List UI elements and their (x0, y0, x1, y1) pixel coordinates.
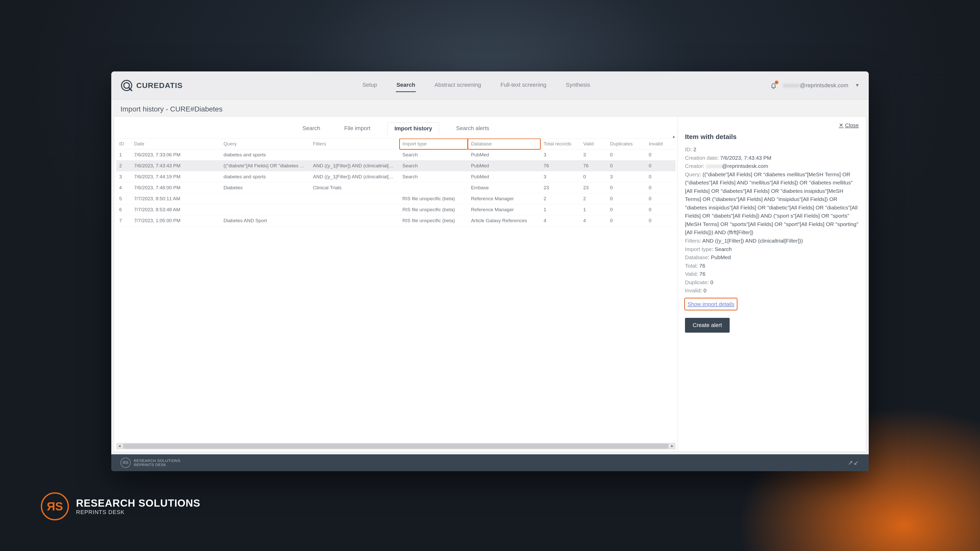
cell: RIS file unspecific (beta) (399, 193, 468, 204)
cell: diabetes and sports (221, 149, 310, 160)
cell: 0 (607, 160, 646, 171)
cell: AND ((y_1[Filter]) AND (clinicaltrial[Fi… (310, 171, 399, 183)
brand-icon (121, 79, 133, 92)
cell: 2 (580, 193, 607, 204)
table-row[interactable]: 27/6/2023, 7:43:43 PM(("diabete"[All Fie… (116, 160, 676, 171)
cell: RIS file unspecific (beta) (399, 204, 468, 215)
cell: RIS file unspecific (beta) (399, 215, 468, 226)
topnav-item-search[interactable]: Search (396, 79, 415, 92)
vertical-scroll-stub[interactable] (671, 135, 677, 441)
close-button[interactable]: ✕ Close (839, 122, 859, 128)
cell: 2 (541, 193, 580, 204)
user-email[interactable]: xxxxxx@reprintsdesk.com (783, 82, 848, 89)
close-icon: ✕ (839, 122, 843, 128)
tab-file-import[interactable]: File import (337, 122, 377, 135)
cell: 7/6/2023, 7:48:00 PM (131, 183, 220, 193)
cell: 0 (607, 215, 646, 226)
footer-brand-icon: ЯS (121, 457, 130, 468)
table-row[interactable]: 37/6/2023, 7:44:19 PMdiabetes and sports… (116, 171, 676, 183)
table-header-row: IDDateQueryFiltersImport typeDatabaseTot… (116, 138, 676, 149)
notifications-badge (775, 81, 778, 84)
cell: 7 (116, 215, 131, 226)
col-header-filters[interactable]: Filters (310, 138, 399, 149)
cell: 4 (116, 183, 131, 193)
cell: Search (399, 171, 468, 183)
details-heading: Item with details (685, 133, 859, 141)
app-window: CUREDATIS SetupSearchAbstract screeningF… (111, 71, 869, 471)
cell (310, 215, 399, 226)
topnav-item-full-text-screening[interactable]: Full-text screening (500, 79, 547, 92)
col-header-total-records[interactable]: Total records (541, 138, 580, 149)
user-menu-caret-icon[interactable]: ▼ (855, 83, 859, 88)
col-header-id[interactable]: ID (116, 138, 131, 149)
col-header-valid[interactable]: Valid (580, 138, 607, 149)
cell: Reference Manager (468, 193, 541, 204)
cell: 3 (607, 171, 646, 183)
tab-import-history[interactable]: Import history (387, 122, 439, 135)
overlay-logo-l2: REPRINTS DESK (76, 509, 200, 516)
cell (310, 193, 399, 204)
col-header-date[interactable]: Date (131, 138, 220, 149)
table-body: 17/6/2023, 7:33:06 PMdiabetes and sports… (116, 149, 676, 226)
table-row[interactable]: 57/7/2023, 8:50:11 AMRIS file unspecific… (116, 193, 676, 204)
table-row[interactable]: 47/6/2023, 7:48:00 PMDiabetesClinical Tr… (116, 183, 676, 193)
cell: 1 (541, 204, 580, 215)
cell: diabetes and sports (221, 171, 310, 183)
col-header-query[interactable]: Query (221, 138, 310, 149)
cell: 7/7/2023, 1:05:00 PM (131, 215, 220, 226)
create-alert-button[interactable]: Create alert (685, 318, 730, 333)
cell: 0 (607, 183, 646, 193)
tab-search[interactable]: Search (296, 122, 327, 135)
cell: 76 (580, 160, 607, 171)
topnav-item-setup[interactable]: Setup (362, 79, 378, 92)
cell: 23 (541, 183, 580, 193)
cell (399, 183, 468, 193)
topnav-item-synthesis[interactable]: Synthesis (565, 79, 590, 92)
details-panel: ✕ Close Item with details ID: 2 Creation… (678, 116, 866, 452)
table-panel: SearchFile importImport historySearch al… (114, 116, 678, 452)
overlay-logo-icon: ЯS (41, 492, 69, 520)
horizontal-scrollbar[interactable] (116, 443, 676, 449)
show-import-details-link[interactable]: Show import details (687, 301, 734, 307)
cell: PubMed (468, 160, 541, 171)
cell: 0 (607, 149, 646, 160)
topnav-item-abstract-screening[interactable]: Abstract screening (434, 79, 482, 92)
topnav: SetupSearchAbstract screeningFull-text s… (183, 79, 770, 92)
close-label: Close (845, 122, 859, 128)
cell: 3 (580, 149, 607, 160)
cell: AND ((y_1[Filter]) AND (clinicaltrial[Fi… (310, 160, 399, 171)
col-header-import-type[interactable]: Import type (399, 138, 468, 149)
cell: Search (399, 160, 468, 171)
cell: Search (399, 149, 468, 160)
details-body: ID: 2 Creation date: 7/6/2023, 7:43:43 P… (685, 145, 859, 333)
cell: 76 (541, 160, 580, 171)
import-history-grid: IDDateQueryFiltersImport typeDatabaseTot… (116, 138, 676, 441)
subtabs: SearchFile importImport historySearch al… (114, 117, 678, 135)
cell: PubMed (468, 171, 541, 183)
cell: 7/6/2023, 7:43:43 PM (131, 160, 220, 171)
cell: 6 (116, 204, 131, 215)
cell: 0 (607, 193, 646, 204)
footer-controls-icon[interactable]: ↗↙ (848, 459, 859, 466)
cell: Article Galaxy References (468, 215, 541, 226)
table-row[interactable]: 77/7/2023, 1:05:00 PMDiabetes AND SportR… (116, 215, 676, 226)
col-header-duplicates[interactable]: Duplicates (607, 138, 646, 149)
cell: Reference Manager (468, 204, 541, 215)
tab-search-alerts[interactable]: Search alerts (449, 122, 496, 135)
cell: PubMed (468, 149, 541, 160)
col-header-database[interactable]: Database (468, 138, 541, 149)
table-row[interactable]: 67/7/2023, 8:53:48 AMRIS file unspecific… (116, 204, 676, 215)
notifications-icon[interactable] (770, 82, 777, 89)
svg-point-1 (124, 83, 129, 88)
cell: 0 (580, 171, 607, 183)
brand[interactable]: CUREDATIS (121, 79, 183, 92)
footer: ЯS RESEARCH SOLUTIONS REPRINTS DESK ↗↙ (111, 454, 869, 471)
table-row[interactable]: 17/6/2023, 7:33:06 PMdiabetes and sports… (116, 149, 676, 160)
cell: 3 (541, 171, 580, 183)
cell: 1 (116, 149, 131, 160)
cell: 5 (116, 193, 131, 204)
topbar: CUREDATIS SetupSearchAbstract screeningF… (111, 71, 869, 100)
cell (221, 193, 310, 204)
cell: 4 (580, 215, 607, 226)
user-area: xxxxxx@reprintsdesk.com ▼ (770, 82, 859, 89)
